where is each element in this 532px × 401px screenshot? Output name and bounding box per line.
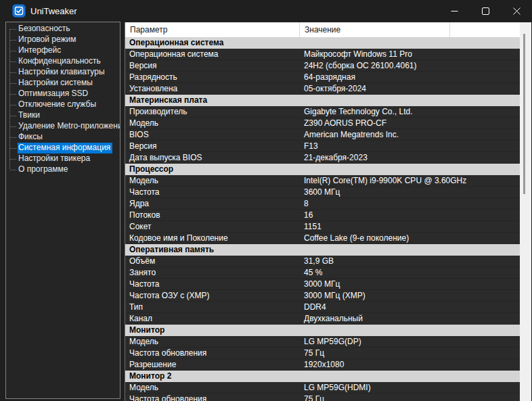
sidebar-tree-item[interactable]: Оптимизация SSD — [6, 89, 120, 99]
table-row[interactable]: Операционная система Майкрософт Windows … — [125, 49, 520, 60]
sidebar-tree-item[interactable]: Безопасность — [6, 24, 120, 34]
tree-connector-lines — [6, 78, 18, 89]
parameter-cell: Частота ОЗУ с (XMP) — [125, 290, 300, 301]
minimize-icon — [451, 7, 458, 15]
parameter-cell: Дата выпуска BIOS — [125, 152, 300, 163]
table-body: Операционная система Операционная систем… — [125, 37, 520, 401]
table-section-header: Операционная система — [125, 37, 520, 49]
minimize-button[interactable] — [439, 0, 470, 22]
table-row[interactable]: Дата выпуска BIOS 21-декабря-2023 — [125, 152, 520, 164]
table-row[interactable]: Частота обновления 75 Гц — [125, 348, 520, 359]
sidebar-tree-item[interactable]: Настройки твикера — [6, 154, 120, 164]
table-row[interactable]: Модель Intel(R) Core(TM) i9-9900K CPU @ … — [125, 175, 520, 187]
table-row[interactable]: Сокет 1151 — [125, 221, 520, 233]
table-row[interactable]: Частота обновления 75 Гц — [125, 394, 520, 401]
sidebar-tree-item[interactable]: Конфиденциальность — [6, 56, 120, 67]
table-row[interactable]: Частота 3000 МГц — [125, 279, 520, 290]
sidebar-item-label: Удаление Metro-приложений — [18, 121, 120, 132]
table-section-header: Материнская плата — [125, 95, 520, 106]
table-row[interactable]: Частота 3600 МГц — [125, 187, 520, 198]
column-header-empty — [450, 22, 520, 37]
section-title: Монитор 2 — [129, 371, 171, 381]
sidebar-tree-item[interactable]: Настройки клавиатуры — [6, 67, 120, 78]
parameter-cell: Частота — [125, 279, 300, 289]
close-button[interactable] — [501, 0, 532, 22]
value-cell: 75 Гц — [300, 394, 520, 401]
value-cell: 45 % — [300, 267, 520, 278]
table-row[interactable]: Тип DDR4 — [125, 302, 520, 313]
value-cell: 31,9 GB — [300, 256, 520, 266]
parameter-cell: Модель — [125, 175, 300, 186]
sidebar-item-label: Фиксы — [18, 132, 45, 143]
parameter-cell: Ядра — [125, 198, 300, 209]
vertical-scrollbar[interactable] — [520, 22, 531, 401]
table-row[interactable]: BIOS American Megatrends Inc. — [125, 129, 520, 141]
sidebar-tree-item[interactable]: Твики — [6, 110, 120, 121]
table-row[interactable]: Ядра 8 — [125, 198, 520, 210]
tree-connector-lines — [6, 24, 18, 34]
value-cell: Двухканальный — [300, 313, 520, 324]
table-row[interactable]: Модель Z390 AORUS PRO-CF — [125, 118, 520, 129]
scrollbar-thumb[interactable] — [523, 34, 525, 194]
column-header-parameter[interactable]: Параметр — [125, 22, 300, 37]
value-cell: DDR4 — [300, 302, 520, 312]
tree-connector-lines — [6, 164, 18, 175]
tree-connector-lines — [6, 110, 18, 121]
sidebar-tree-item[interactable]: Настройки системы — [6, 78, 120, 89]
value-cell: Gigabyte Technology Co., Ltd. — [300, 106, 520, 117]
parameter-cell: Версия — [125, 60, 300, 71]
sidebar-tree-item[interactable]: Отключение службы — [6, 99, 120, 110]
parameter-cell: Тип — [125, 302, 300, 312]
table-row[interactable]: Частота ОЗУ с (XMP) 3000 МГц (XMP) — [125, 290, 520, 302]
section-title: Материнская плата — [129, 95, 207, 105]
section-title: Монитор — [129, 325, 164, 335]
table-row[interactable]: Модель LG MP59G(HDMI) — [125, 382, 520, 394]
table-row[interactable]: Канал Двухканальный — [125, 313, 520, 325]
value-cell: 3600 МГц — [300, 187, 520, 197]
sidebar-tree-item[interactable]: Интерфейс — [6, 45, 120, 56]
table-row[interactable]: Модель LG MP59G(DP) — [125, 336, 520, 348]
window-controls — [439, 0, 532, 22]
app-checkbox-icon — [12, 4, 26, 18]
table-row[interactable]: Установлена 05-октября-2024 — [125, 83, 520, 95]
sidebar-item-label: Системная информация — [18, 143, 112, 154]
table-row[interactable]: Разрядность 64-разрядная — [125, 72, 520, 83]
parameter-cell: Частота — [125, 187, 300, 197]
sidebar-item-label: Интерфейс — [18, 45, 63, 56]
table-row[interactable]: Потоков 16 — [125, 210, 520, 221]
maximize-icon — [482, 7, 489, 15]
sidebar-tree-item[interactable]: Фиксы — [6, 132, 120, 143]
table-row[interactable]: Разрешение 1920x1080 — [125, 359, 520, 371]
table-section-header: Процессор — [125, 164, 520, 175]
parameter-cell: Кодовое имя и Поколение — [125, 233, 300, 243]
sidebar-tree-item[interactable]: Системная информация — [6, 143, 120, 154]
table-row[interactable]: Занято 45 % — [125, 267, 520, 279]
tree-connector-lines — [6, 67, 18, 78]
table-row[interactable]: Объём 31,9 GB — [125, 256, 520, 267]
maximize-button[interactable] — [470, 0, 501, 22]
table-row[interactable]: Производитель Gigabyte Technology Co., L… — [125, 106, 520, 118]
table-section-header: Монитор 2 — [125, 371, 520, 382]
table-row[interactable]: Версия F13 — [125, 141, 520, 152]
sidebar-tree-item[interactable]: О программе — [6, 164, 120, 175]
sidebar-item-label: Игровой режим — [18, 34, 79, 45]
sidebar-tree-item[interactable]: Удаление Metro-приложений — [6, 121, 120, 132]
sidebar-tree-item[interactable]: Игровой режим — [6, 34, 120, 45]
value-cell: 1920x1080 — [300, 359, 520, 370]
column-header-value[interactable]: Значение — [300, 22, 450, 37]
value-cell: Майкрософт Windows 11 Pro — [300, 49, 520, 60]
table-row[interactable]: Версия 24H2 (сборка ОС 26100.4061) — [125, 60, 520, 72]
parameter-cell: BIOS — [125, 129, 300, 140]
value-cell: 05-октября-2024 — [300, 83, 520, 94]
window-title: UniTweaker — [30, 6, 77, 16]
value-cell: Intel(R) Core(TM) i9-9900K CPU @ 3.60GHz — [300, 175, 520, 186]
sidebar-item-label: Настройки твикера — [18, 154, 92, 164]
table-header: Параметр Значение — [125, 22, 520, 37]
tree-connector-lines — [6, 132, 18, 143]
table-row[interactable]: Кодовое имя и Поколение Coffee Lake (9-е… — [125, 233, 520, 244]
sidebar-item-label: Настройки системы — [18, 78, 95, 89]
value-cell: 3000 МГц — [300, 279, 520, 289]
parameter-cell: Производитель — [125, 106, 300, 117]
value-cell: LG MP59G(HDMI) — [300, 382, 520, 393]
value-cell: F13 — [300, 141, 520, 151]
